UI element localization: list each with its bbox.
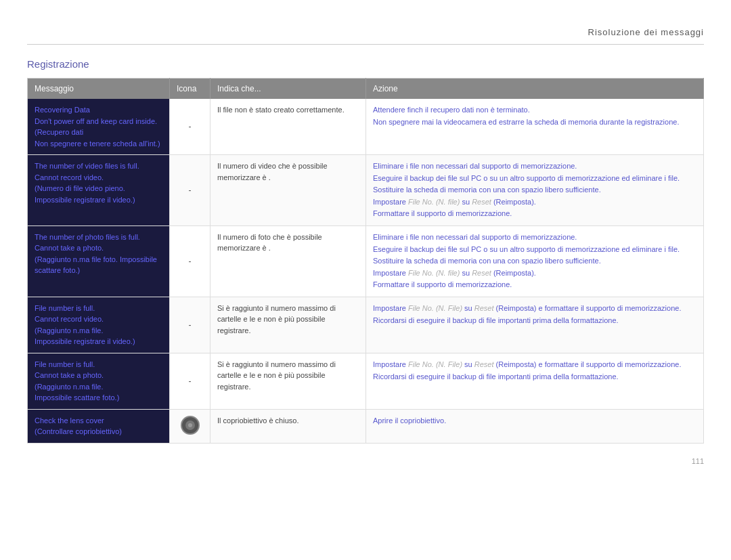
action-cell: Eliminare i file non necessari dal suppo… bbox=[366, 155, 704, 226]
icon-cell: - bbox=[170, 155, 211, 226]
table-row: File number is full. Cannot take a photo… bbox=[28, 353, 704, 409]
col-icona: Icona bbox=[170, 79, 211, 100]
action-cell: Attendere finch il recupero dati non è t… bbox=[366, 99, 704, 155]
message-cell: Check the lens cover (Controllare coprio… bbox=[28, 409, 170, 443]
lens-cover-icon bbox=[177, 415, 203, 437]
indica-cell: Si è raggiunto il numero massimo di cart… bbox=[211, 353, 366, 409]
icon-cell: - bbox=[170, 99, 211, 155]
action-cell: Impostare File No. (N. File) su Reset (R… bbox=[366, 353, 704, 409]
col-indica: Indica che... bbox=[211, 79, 366, 100]
message-cell: The number of photo files is full. Canno… bbox=[28, 225, 170, 297]
action-cell: Impostare File No. (N. File) su Reset (R… bbox=[366, 297, 704, 353]
indica-cell: Il numero di video che è possibile memor… bbox=[211, 155, 366, 226]
indica-cell: Il file non è stato creato correttamente… bbox=[211, 99, 366, 155]
message-cell: File number is full. Cannot record video… bbox=[28, 297, 170, 353]
table-row: Check the lens cover (Controllare coprio… bbox=[28, 409, 704, 443]
page-header: Risoluzione dei messaggi bbox=[27, 14, 704, 45]
col-messaggio: Messaggio bbox=[28, 79, 170, 100]
svg-point-2 bbox=[188, 423, 192, 427]
indica-cell: Si è raggiunto il numero massimo di cart… bbox=[211, 297, 366, 353]
icon-cell: - bbox=[170, 297, 211, 353]
icon-cell: - bbox=[170, 225, 211, 297]
action-cell: Eliminare i file non necessari dal suppo… bbox=[366, 225, 704, 297]
indica-cell: Il copriobiettivo è chiuso. bbox=[211, 409, 366, 443]
icon-cell bbox=[170, 409, 211, 443]
message-cell: Recovering Data Don't power off and keep… bbox=[28, 99, 170, 155]
section-title: Registrazione bbox=[27, 58, 704, 70]
icon-cell: - bbox=[170, 353, 211, 409]
page-number: 111 bbox=[692, 457, 704, 465]
header-title: Risoluzione dei messaggi bbox=[588, 27, 704, 37]
table-row: The number of video files is full. Canno… bbox=[28, 155, 704, 226]
col-azione: Azione bbox=[366, 79, 704, 100]
table-row: File number is full. Cannot record video… bbox=[28, 297, 704, 353]
message-cell: The number of video files is full. Canno… bbox=[28, 155, 170, 226]
action-cell: Aprire il copriobiettivo. bbox=[366, 409, 704, 443]
table-row: Recovering Data Don't power off and keep… bbox=[28, 99, 704, 155]
indica-cell: Il numero di foto che è possibile memori… bbox=[211, 225, 366, 297]
page-footer: 111 bbox=[27, 457, 704, 465]
message-cell: File number is full. Cannot take a photo… bbox=[28, 353, 170, 409]
table-row: The number of photo files is full. Canno… bbox=[28, 225, 704, 297]
main-table: Messaggio Icona Indica che... Azione Rec… bbox=[27, 78, 704, 444]
